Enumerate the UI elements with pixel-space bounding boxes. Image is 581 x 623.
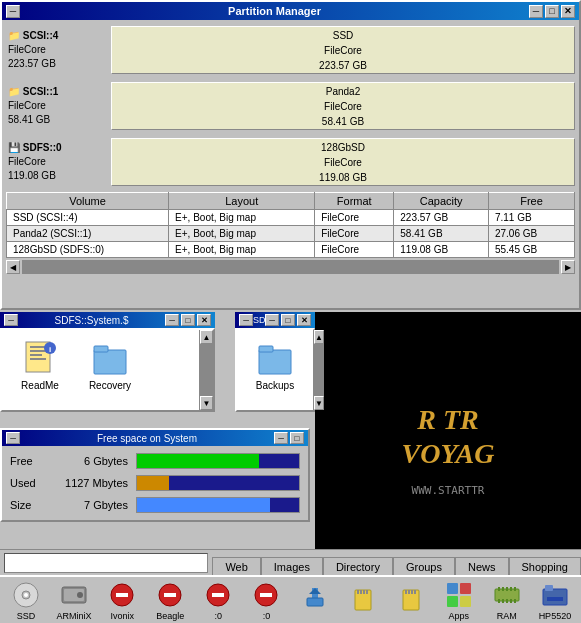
fm1-system-btn[interactable]: ─ bbox=[4, 314, 18, 326]
svg-rect-22 bbox=[212, 593, 224, 597]
pm-system-btn[interactable]: ─ bbox=[6, 5, 20, 18]
sys-icon-apps[interactable]: Apps bbox=[437, 579, 481, 621]
sys-icon-ivonix[interactable]: Ivonix bbox=[100, 579, 144, 621]
partition-table: Volume Layout Format Capacity Free SSD (… bbox=[6, 192, 575, 258]
sys-icon-hp5520[interactable]: HP5520 bbox=[533, 579, 577, 621]
fm1-minimize-btn[interactable]: ─ bbox=[165, 314, 179, 326]
fm1-vscroll[interactable]: ▲ ▼ bbox=[199, 330, 213, 410]
fm1-content: i ReadMe Recovery bbox=[2, 330, 199, 410]
tab-groups[interactable]: Groups bbox=[393, 557, 455, 576]
disk-label-2: 💾 SDFS::0 FileCore 119.08 GB bbox=[6, 139, 111, 185]
fs-system-btn[interactable]: ─ bbox=[6, 432, 20, 444]
svg-rect-54 bbox=[545, 585, 553, 591]
fm2-scroll-track[interactable] bbox=[314, 344, 324, 396]
fm1-close-btn[interactable]: ✕ bbox=[197, 314, 211, 326]
svg-marker-27 bbox=[309, 588, 321, 594]
fm2-item-backups[interactable]: Backups bbox=[245, 338, 305, 402]
sys-icon-usb[interactable] bbox=[292, 584, 336, 616]
fs-content: Free 6 Gbytes Used 1127 Mbytes Size 7 Gb… bbox=[2, 446, 308, 520]
fs-bar-used bbox=[136, 475, 300, 491]
fm1-scroll-track[interactable] bbox=[200, 344, 213, 396]
browser-bar: Web Images Directory Groups News Shoppin… bbox=[0, 549, 581, 575]
fm2-vscroll[interactable]: ▲ ▼ bbox=[313, 330, 324, 410]
tab-news[interactable]: News bbox=[455, 557, 509, 576]
fm1-titlebar: ─ SDFS::System.$ ─ □ ✕ bbox=[0, 312, 215, 328]
disk-bar-0[interactable]: SSD FileCore 223.57 GB bbox=[111, 26, 575, 74]
col-volume[interactable]: Volume bbox=[7, 193, 169, 210]
svg-rect-18 bbox=[116, 593, 128, 597]
partition-manager-window: ─ Partition Manager ─ □ ✕ 📁 SCSI::4 File… bbox=[0, 0, 581, 310]
svg-rect-38 bbox=[447, 583, 458, 594]
svg-rect-47 bbox=[514, 587, 516, 591]
disk-row-0: 📁 SCSI::4 FileCore 223.57 GB SSD FileCor… bbox=[6, 24, 575, 76]
tab-shopping[interactable]: Shopping bbox=[509, 557, 582, 576]
scroll-right-btn[interactable]: ▶ bbox=[561, 260, 575, 274]
file-manager-2-window: ─ SDFS::128GbSD.$ ─ □ ✕ Backups ▲ bbox=[235, 312, 315, 412]
svg-rect-41 bbox=[460, 596, 471, 607]
fm2-maximize-btn[interactable]: □ bbox=[281, 314, 295, 326]
disk-row-2: 💾 SDFS::0 FileCore 119.08 GB 128GbSD Fil… bbox=[6, 136, 575, 188]
fm2-scroll-up[interactable]: ▲ bbox=[314, 330, 324, 344]
scroll-left-btn[interactable]: ◀ bbox=[6, 260, 20, 274]
fm2-close-btn[interactable]: ✕ bbox=[297, 314, 311, 326]
pm-title: Partition Manager bbox=[20, 5, 529, 17]
svg-rect-51 bbox=[510, 599, 512, 603]
browser-search-input[interactable] bbox=[4, 553, 208, 573]
table-row[interactable]: 128GbSD (SDFS::0)E+, Boot, Big mapFileCo… bbox=[7, 242, 575, 258]
pm-maximize-btn[interactable]: □ bbox=[545, 5, 559, 18]
sys-icon-0a[interactable]: :0 bbox=[196, 579, 240, 621]
sys-icon-arminix[interactable]: ARMiniX bbox=[52, 579, 96, 621]
fm1-item-readme[interactable]: i ReadMe bbox=[10, 338, 70, 402]
disk-bar-1[interactable]: Panda2 FileCore 58.41 GB bbox=[111, 82, 575, 130]
fs-minimize-btn[interactable]: ─ bbox=[274, 432, 288, 444]
pm-minimize-btn[interactable]: ─ bbox=[529, 5, 543, 18]
fm2-system-btn[interactable]: ─ bbox=[239, 314, 253, 326]
tab-directory[interactable]: Directory bbox=[323, 557, 393, 576]
tab-web[interactable]: Web bbox=[212, 557, 260, 576]
fm2-titlebar: ─ SDFS::128GbSD.$ ─ □ ✕ bbox=[235, 312, 315, 328]
fm2-minimize-btn[interactable]: ─ bbox=[265, 314, 279, 326]
sys-icon-ram[interactable]: RAM bbox=[485, 579, 529, 621]
svg-rect-4 bbox=[30, 358, 46, 360]
browser-tabs: Web Images Directory Groups News Shoppin… bbox=[212, 550, 581, 576]
sys-icon-sd2[interactable] bbox=[389, 584, 433, 616]
scroll-track[interactable] bbox=[22, 260, 559, 274]
svg-rect-32 bbox=[366, 590, 368, 594]
sys-icon-sd1[interactable] bbox=[341, 584, 385, 616]
fs-bar-size bbox=[136, 497, 300, 513]
col-capacity[interactable]: Capacity bbox=[394, 193, 489, 210]
col-format[interactable]: Format bbox=[315, 193, 394, 210]
disk-bar-2[interactable]: 128GbSD FileCore 119.08 GB bbox=[111, 138, 575, 186]
system-bar: SSD ARMiniX Ivonix Beagle bbox=[0, 575, 581, 623]
startrek-background: R TR VOYAG WWW.STARTTR bbox=[315, 312, 581, 578]
sys-icon-ssd[interactable]: SSD bbox=[4, 579, 48, 621]
sys-icon-beagle[interactable]: Beagle bbox=[148, 579, 192, 621]
table-row[interactable]: Panda2 (SCSI::1)E+, Boot, Big mapFileCor… bbox=[7, 226, 575, 242]
pm-scrollbar: ◀ ▶ bbox=[6, 260, 575, 274]
fs-row-used: Used 1127 Mbytes bbox=[2, 472, 308, 494]
fm2-scroll-down[interactable]: ▼ bbox=[314, 396, 324, 410]
col-free[interactable]: Free bbox=[488, 193, 574, 210]
fm1-scroll-down[interactable]: ▼ bbox=[200, 396, 213, 410]
svg-rect-52 bbox=[514, 599, 516, 603]
pm-close-btn[interactable]: ✕ bbox=[561, 5, 575, 18]
svg-rect-26 bbox=[307, 598, 323, 606]
svg-rect-55 bbox=[547, 597, 563, 601]
col-layout[interactable]: Layout bbox=[169, 193, 315, 210]
svg-rect-45 bbox=[506, 587, 508, 591]
sys-icon-0b[interactable]: :0 bbox=[244, 579, 288, 621]
svg-rect-3 bbox=[30, 354, 42, 356]
tab-images[interactable]: Images bbox=[261, 557, 323, 576]
disk-label-0: 📁 SCSI::4 FileCore 223.57 GB bbox=[6, 27, 111, 73]
pm-content: 📁 SCSI::4 FileCore 223.57 GB SSD FileCor… bbox=[2, 20, 579, 278]
svg-rect-7 bbox=[94, 350, 126, 374]
svg-rect-35 bbox=[408, 590, 410, 594]
svg-rect-48 bbox=[498, 599, 500, 603]
table-row[interactable]: SSD (SCSI::4)E+, Boot, Big mapFileCore22… bbox=[7, 210, 575, 226]
svg-rect-44 bbox=[502, 587, 504, 591]
fm1-item-recovery[interactable]: Recovery bbox=[80, 338, 140, 402]
fm1-scroll-up[interactable]: ▲ bbox=[200, 330, 213, 344]
fm1-maximize-btn[interactable]: □ bbox=[181, 314, 195, 326]
fs-maximize-btn[interactable]: □ bbox=[290, 432, 304, 444]
svg-rect-2 bbox=[30, 350, 46, 352]
